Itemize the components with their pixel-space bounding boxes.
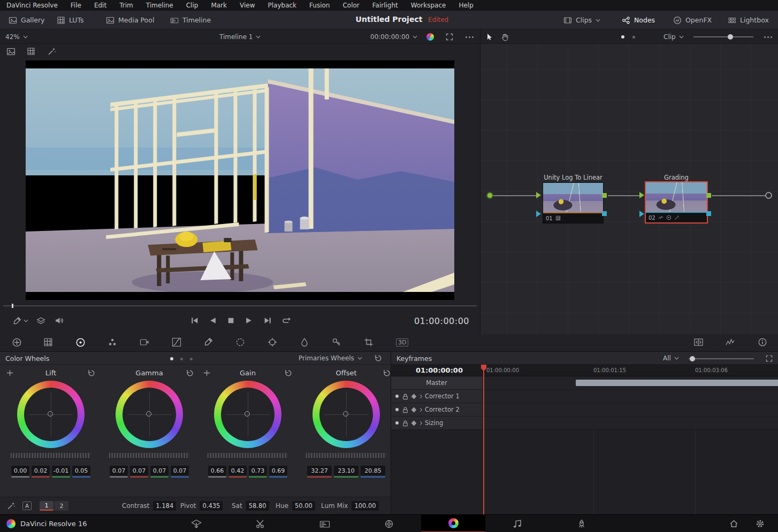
play-reverse-button[interactable] xyxy=(209,317,217,325)
menu-item-edit[interactable]: Edit xyxy=(94,2,106,9)
wheel-center-indicator[interactable] xyxy=(146,411,151,417)
source-input-dot[interactable] xyxy=(486,192,493,199)
offset-color-wheel[interactable] xyxy=(312,381,380,448)
fairlight-page-button[interactable] xyxy=(485,515,550,532)
wheels-reset-all-button[interactable] xyxy=(375,352,382,365)
lift-master-wheel[interactable] xyxy=(11,453,91,459)
offset-b-value[interactable]: 20.85 xyxy=(361,466,385,475)
wheels-page-1-button[interactable]: 1 xyxy=(40,501,54,511)
menu-item-mark[interactable]: Mark xyxy=(211,2,227,9)
key-tool[interactable] xyxy=(332,337,341,347)
clip-selector[interactable]: Clip xyxy=(663,30,684,44)
track-enable-dot[interactable] xyxy=(395,408,399,411)
keyframes-zoom-handle[interactable] xyxy=(690,356,695,361)
page-dot[interactable] xyxy=(632,36,635,38)
menu-item-file[interactable]: File xyxy=(71,2,81,9)
source-timecode-select[interactable]: 00:00:00:00 xyxy=(370,30,417,44)
camera-raw-tool[interactable] xyxy=(12,337,22,348)
qualifier-tool[interactable] xyxy=(204,337,213,346)
lock-icon[interactable] xyxy=(402,393,409,400)
wipe-modes-button[interactable] xyxy=(36,317,45,325)
lum-mix-value[interactable]: 100.00 xyxy=(352,501,378,511)
reset-icon[interactable] xyxy=(186,369,194,377)
clips-button[interactable]: Clips xyxy=(563,11,600,29)
motion-effects-tool[interactable] xyxy=(140,337,149,347)
timeline-button[interactable]: Timeline xyxy=(170,11,211,29)
wheel-page-dot[interactable] xyxy=(190,358,193,360)
pivot-value[interactable]: 0.435 xyxy=(200,501,223,511)
timeline-select[interactable]: Timeline 1 xyxy=(219,30,261,44)
skip-start-button[interactable] xyxy=(190,317,199,325)
gain-b-value[interactable]: 0.69 xyxy=(269,466,287,475)
color-match-tool[interactable] xyxy=(43,337,53,347)
track-row-corrector1[interactable]: Corrector 1 xyxy=(391,390,778,403)
lock-icon[interactable] xyxy=(402,420,409,427)
color-picker-button[interactable] xyxy=(13,317,28,325)
play-button[interactable] xyxy=(245,317,253,325)
key-output-square[interactable] xyxy=(602,211,607,216)
gamma-color-wheel[interactable] xyxy=(116,381,183,448)
wheel-center-indicator[interactable] xyxy=(245,411,250,417)
gain-r-value[interactable]: 0.42 xyxy=(228,466,247,475)
gain-g-value[interactable]: 0.73 xyxy=(249,466,267,475)
keyframes-zoom-slider[interactable] xyxy=(689,358,754,359)
wheel-center-indicator[interactable] xyxy=(48,411,53,417)
deliver-page-button[interactable] xyxy=(550,515,614,532)
wheels-mode-select[interactable]: Primaries Wheels xyxy=(299,352,362,365)
lift-g-value[interactable]: -0.01 xyxy=(52,466,70,475)
rgb-output-square[interactable] xyxy=(706,193,711,198)
openfx-button[interactable]: OpenFX xyxy=(673,11,712,29)
track-row-sizing[interactable]: Sizing xyxy=(391,417,778,430)
expand-chevron-icon[interactable] xyxy=(418,394,422,398)
gallery-button[interactable]: Gallery xyxy=(9,11,45,29)
stop-button[interactable] xyxy=(227,317,235,325)
keyframes-expand-button[interactable] xyxy=(766,352,773,365)
media-pool-button[interactable]: Media Pool xyxy=(106,11,154,29)
menu-item-app[interactable]: DaVinci Resolve xyxy=(6,2,58,9)
viewer-options-button[interactable] xyxy=(466,30,474,44)
gamma-master-wheel[interactable] xyxy=(109,453,189,459)
graph-zoom-handle[interactable] xyxy=(728,34,733,40)
loop-button[interactable] xyxy=(282,317,291,325)
menu-item-clip[interactable]: Clip xyxy=(186,2,199,9)
wheel-page-dot[interactable] xyxy=(180,358,183,360)
menu-item-trim[interactable]: Trim xyxy=(119,2,133,9)
keyframe-diamond-icon[interactable] xyxy=(411,394,417,399)
menu-item-playback[interactable]: Playback xyxy=(268,2,296,9)
thumbnail-view-button[interactable] xyxy=(27,44,35,59)
key-input-arrow[interactable] xyxy=(639,211,644,217)
key-output-square[interactable] xyxy=(706,211,711,216)
lift-y-value[interactable]: 0.00 xyxy=(11,466,29,475)
scrub-playhead[interactable] xyxy=(12,304,13,308)
menu-item-color[interactable]: Color xyxy=(342,2,359,9)
wheel-center-indicator[interactable] xyxy=(343,411,348,417)
power-windows-tool[interactable] xyxy=(235,337,245,347)
project-manager-button[interactable] xyxy=(729,519,738,528)
node-01[interactable]: 01 xyxy=(543,182,604,223)
viewer-scrub-bar[interactable] xyxy=(0,304,480,308)
rgb-input-arrow[interactable] xyxy=(536,192,541,198)
lift-color-wheel[interactable] xyxy=(17,381,85,448)
rgb-mixer-tool[interactable] xyxy=(108,337,117,347)
edit-page-button[interactable] xyxy=(293,515,357,532)
media-page-button[interactable] xyxy=(164,515,228,532)
keyframe-diamond-icon[interactable] xyxy=(411,407,417,412)
expand-chevron-icon[interactable] xyxy=(418,421,422,425)
key-input-arrow[interactable] xyxy=(536,211,541,217)
reset-icon[interactable] xyxy=(383,369,391,377)
viewer-expand-button[interactable] xyxy=(446,30,453,44)
reset-icon[interactable] xyxy=(88,369,95,377)
select-tool-button[interactable] xyxy=(486,30,493,44)
node-graph-canvas[interactable]: Unity Log To Linear 01 Grading xyxy=(480,44,778,334)
info-tool[interactable] xyxy=(758,337,767,347)
wheel-page-dot-active[interactable] xyxy=(170,357,173,360)
project-settings-button[interactable] xyxy=(756,519,765,528)
keyframe-diamond-icon[interactable] xyxy=(411,420,417,426)
gamma-b-value[interactable]: 0.07 xyxy=(171,466,189,475)
skip-end-button[interactable] xyxy=(263,317,272,325)
menu-item-view[interactable]: View xyxy=(240,2,255,9)
blur-tool[interactable] xyxy=(300,337,309,347)
node-options-button[interactable] xyxy=(764,30,772,44)
gain-master-wheel[interactable] xyxy=(208,453,288,459)
gain-y-value[interactable]: 0.66 xyxy=(208,466,226,475)
